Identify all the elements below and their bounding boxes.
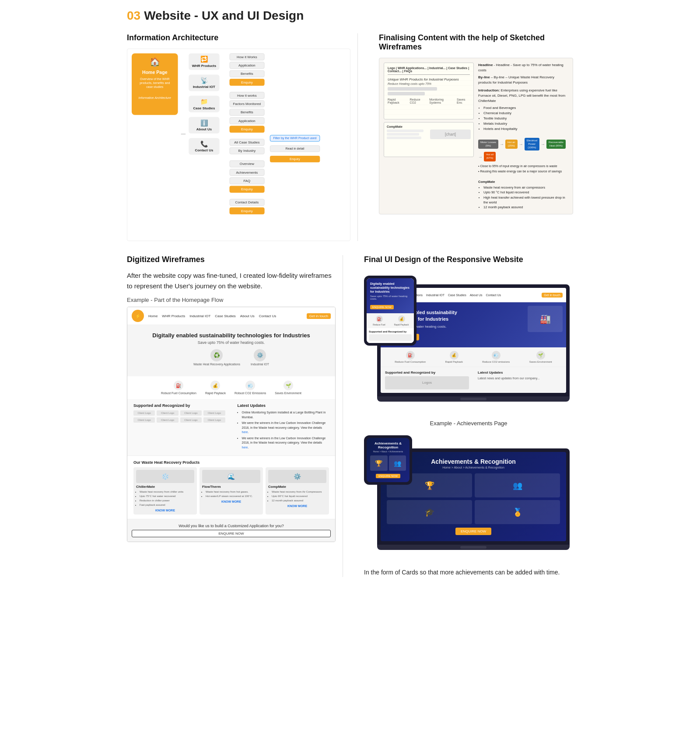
whr-sub-enq[interactable]: Enquiry xyxy=(230,79,265,86)
final-ui-heading: Final UI Design of the Responsive Websit… xyxy=(364,255,573,264)
about-sub-enq[interactable]: Enquiry xyxy=(230,186,265,193)
ia-home-desc: Overview of the WHR products, benefits a… xyxy=(136,77,173,89)
case-filter-group: Filter by the WHR Product used Read in d… xyxy=(270,135,320,162)
about-sub-ov[interactable]: Overview xyxy=(230,161,265,168)
hot-oil-box: Hot oil(67%) xyxy=(484,152,496,161)
wf-navbar: ⚡ Home WHR Products Industrial IOT Case … xyxy=(127,307,335,325)
case-filter-btn[interactable]: Filter by the WHR Product used xyxy=(270,135,320,142)
logo-grid-1: Client Logo Client Logo Client Logo Clie… xyxy=(133,410,225,416)
heat-note1: • Close to 95% of input energy in air co… xyxy=(478,164,568,169)
product-card-flowtherm: 🌊 FlowTherm Waste heat recovery from hot… xyxy=(200,467,263,514)
iot-sub-ben[interactable]: Benefits xyxy=(230,109,265,116)
bullet-hotels: Hotels and Hospitality xyxy=(483,126,568,132)
ach-img-4: 🏅 xyxy=(475,500,560,524)
site-nav-contact[interactable]: Contact Us xyxy=(486,294,501,297)
contact-sub-details[interactable]: Contact Details xyxy=(230,199,265,206)
whr-label: WHR Products xyxy=(192,64,216,68)
product-card-compmate: ⚙️ CompMate Waste heat recovery from Air… xyxy=(266,467,329,514)
ia-sub-column: How it Works Application Benefits Enquir… xyxy=(230,53,265,214)
site-nav-cases[interactable]: Case Studies xyxy=(448,294,466,297)
wf-supported-section: Supported and Recognized by Client Logo … xyxy=(127,399,335,455)
iot-sub-factors[interactable]: Factors Monitored xyxy=(230,100,265,107)
heat-note2: • Reusing this waste energy can be a maj… xyxy=(478,169,568,174)
recoverable-box: RecoverableHeat (85%) xyxy=(546,140,566,149)
phone-hero-btn[interactable]: ENQUIRE NOW xyxy=(370,305,394,309)
wf-nav-cta[interactable]: Get in touch xyxy=(307,313,331,319)
sketch-notes-col: Headline - Headline - Save up to 75% of … xyxy=(478,63,568,210)
wf-nav-iot[interactable]: Industrial IOT xyxy=(189,314,210,318)
about-sub-group: Overview Achievements FAQ Enquiry xyxy=(230,161,265,193)
site-logos-area: Logos xyxy=(385,376,469,389)
wf-benefit-co2: 💨 Robust CO2 Emissions xyxy=(234,381,266,395)
ia-nav-cases[interactable]: 📁 Case Studies xyxy=(189,96,219,112)
cm-bullet-1: Waste heat recovery from air compressors xyxy=(483,185,568,190)
logo-3: Client Logo xyxy=(180,410,202,416)
site-nav-cta[interactable]: Get in touch xyxy=(542,293,563,298)
digitized-section: Digitized Wireframes After the website c… xyxy=(127,255,343,577)
wf-nav-home[interactable]: Home xyxy=(148,314,158,318)
hero-bg-img: 🏭 xyxy=(528,306,563,332)
wf-benefit-payback: 💰 Rapid Payback xyxy=(205,381,226,395)
wireframe-mock: ⚡ Home WHR Products Industrial IOT Case … xyxy=(127,307,336,542)
products-grid: ❄️ ChillerMate Waste heat recovery from … xyxy=(133,467,329,514)
ia-heading: Information Architecture xyxy=(127,33,350,42)
ach-enquire-btn[interactable]: ENQUIRE NOW xyxy=(455,528,491,535)
ia-nav-contact[interactable]: 📞 Contact Us xyxy=(189,138,219,155)
ach-phone-img-1: 🏆 xyxy=(370,455,388,471)
bullet-textile: Textile Industry xyxy=(483,116,568,121)
co2-icon: 💨 xyxy=(245,381,255,390)
ia-nav-whr[interactable]: 🔁 WHR Products xyxy=(189,53,219,70)
compmate-know-more[interactable]: KNOW MORE xyxy=(268,504,326,508)
case-read-btn[interactable]: Read in detail xyxy=(270,145,320,152)
laptop-bottom xyxy=(377,396,570,402)
phone-label-2: Rapid Payback xyxy=(394,323,409,326)
iot-sub-enq[interactable]: Enquiry xyxy=(230,126,265,133)
contact-sub-enq[interactable]: Enquiry xyxy=(230,207,265,214)
payback-site-icon: 💰 xyxy=(450,351,458,360)
case-enq-btn[interactable]: Enquiry xyxy=(270,156,320,162)
iot-circle-label: Industrial IOT xyxy=(251,363,269,366)
logo-1: Client Logo xyxy=(133,410,155,416)
site-nav-iot[interactable]: Industrial IOT xyxy=(426,294,444,297)
digitized-heading: Digitized Wireframes xyxy=(127,255,336,264)
case-sub-industry[interactable]: By Industry xyxy=(230,147,265,154)
ia-nav-about[interactable]: ℹ️ About Us xyxy=(189,117,219,133)
contact-icon: 📞 xyxy=(200,140,208,148)
case-sub-all[interactable]: All Case Studies xyxy=(230,139,265,146)
update-2: We were the winners in the Low Carbon In… xyxy=(242,421,329,435)
update-3: We were the winners in the Low Carbon In… xyxy=(242,436,329,450)
wf-benefits: ⛽ Robust Fuel Consumption 💰 Rapid Paybac… xyxy=(127,376,335,399)
site-icons-row: ⛽ Reduce Fuel Consumption 💰 Rapid Paybac… xyxy=(381,347,566,367)
ia-nav-iot[interactable]: 📡 Industrial IOT xyxy=(189,74,219,91)
chillermate-know-more[interactable]: KNOW MORE xyxy=(136,509,194,512)
wf-benefit-env: 🌱 Saves Environment xyxy=(275,381,301,395)
ach-laptop-bottom xyxy=(377,545,570,550)
about-sub-ach[interactable]: Achievements xyxy=(230,169,265,176)
wf-logo: ⚡ xyxy=(132,310,144,322)
iot-sub-app[interactable]: Application xyxy=(230,117,265,124)
wf-nav-cases[interactable]: Case Studies xyxy=(215,314,236,318)
whr-sub-app[interactable]: Application xyxy=(230,62,265,69)
wf-nav-contact[interactable]: Contact Us xyxy=(259,314,276,318)
chillermate-bullets: Waste heat recovery from chiller units U… xyxy=(136,490,194,507)
laptop-notch xyxy=(460,398,486,400)
iot-sub-how[interactable]: How it works xyxy=(230,92,265,99)
phone-hero-sub: Save upto 75% of water heating costs. xyxy=(370,295,410,300)
wf-nav-whr[interactable]: WHR Products xyxy=(162,314,185,318)
contact-sub-group: Contact Details Enquiry xyxy=(230,199,265,214)
whr-sub-how[interactable]: How it Works xyxy=(230,53,265,60)
products-title: Our Waste Heat Recovery Products xyxy=(133,460,329,465)
cases-icon: 📁 xyxy=(200,98,208,105)
update-1: Online Monitoring System installed at a … xyxy=(242,410,329,420)
co2-site-label: Reduce CO2 emissions xyxy=(482,360,510,363)
sketch-section: Finalising Content with the help of Sket… xyxy=(372,33,573,241)
about-sub-faq[interactable]: FAQ xyxy=(230,177,265,184)
ia-diagram: 🏠 Home Page Overview of the WHR products… xyxy=(127,49,350,241)
cta-button[interactable]: ENQUIRE NOW xyxy=(132,530,331,537)
flowtherm-know-more[interactable]: KNOW MORE xyxy=(202,500,260,503)
wf-nav-about[interactable]: About Us xyxy=(240,314,255,318)
final-ui-section: Final UI Design of the Responsive Websit… xyxy=(357,255,573,577)
whr-sub-ben[interactable]: Benefits xyxy=(230,70,265,77)
ach-phone-btn[interactable]: ENQUIRE NOW xyxy=(376,474,400,478)
site-nav-about[interactable]: About Us xyxy=(470,294,483,297)
